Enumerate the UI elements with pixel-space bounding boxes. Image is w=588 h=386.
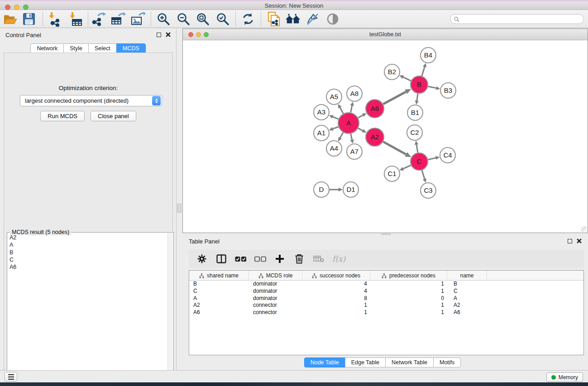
column-header-MCDS-role[interactable]: MCDS role: [249, 271, 302, 281]
edge-A-A4[interactable]: [340, 133, 343, 138]
table-cell[interactable]: 4: [302, 288, 370, 295]
edge-B-B2[interactable]: [403, 77, 411, 81]
mcds-result-list[interactable]: A2ABCA6: [8, 234, 167, 385]
edge-B-B3[interactable]: [428, 86, 436, 88]
table-row[interactable]: Adominator80A: [189, 295, 583, 302]
tab-select[interactable]: Select: [88, 43, 117, 53]
search-input[interactable]: [462, 15, 583, 23]
column-header-successor-nodes[interactable]: successor nodes: [302, 271, 370, 281]
table-cell[interactable]: connector: [249, 302, 302, 309]
zoom-fit-icon[interactable]: [194, 11, 212, 27]
table-cell[interactable]: C: [189, 288, 249, 295]
table-cell[interactable]: A: [447, 295, 487, 302]
edge-A-A6[interactable]: [358, 115, 363, 118]
close-panel-icon[interactable]: [166, 32, 171, 37]
table-cell[interactable]: 1: [370, 288, 447, 295]
result-node-item[interactable]: A: [8, 241, 167, 248]
zoom-out-icon[interactable]: [174, 11, 192, 27]
table-cell[interactable]: 1: [302, 309, 370, 316]
edge-C-C4[interactable]: [428, 158, 436, 160]
table-cell[interactable]: B: [189, 281, 249, 288]
export-image-icon[interactable]: [129, 11, 147, 27]
tab-network[interactable]: Network: [30, 43, 64, 53]
edge-C-C1[interactable]: [403, 165, 411, 169]
table-cell[interactable]: B: [447, 281, 487, 288]
edge-A-A8[interactable]: [351, 105, 352, 112]
edge-A-A2[interactable]: [358, 128, 363, 131]
table-cell[interactable]: A2: [189, 302, 249, 309]
search-field[interactable]: [450, 14, 584, 24]
save-session-icon[interactable]: [20, 11, 38, 27]
table-cell[interactable]: A6: [447, 309, 487, 316]
result-node-item[interactable]: A6: [8, 263, 167, 271]
float-panel-icon[interactable]: [157, 33, 161, 37]
tab-style[interactable]: Style: [63, 43, 89, 53]
edge-A-A1[interactable]: [333, 127, 338, 129]
table-cell[interactable]: 1: [370, 281, 447, 288]
network-window-titlebar[interactable]: testGlobe.txt: [183, 29, 588, 40]
edge-C-C3[interactable]: [422, 170, 425, 179]
task-history-button[interactable]: [5, 372, 17, 381]
window-titlebar[interactable]: Session: New Session: [0, 1, 588, 10]
table-cell[interactable]: 1: [302, 302, 370, 309]
float-table-panel-icon[interactable]: [568, 239, 572, 243]
memory-button[interactable]: Memory: [546, 372, 583, 382]
table-cell[interactable]: dominator: [249, 281, 302, 288]
table-cell[interactable]: 1: [370, 302, 447, 309]
delete-table-icon[interactable]: [313, 253, 325, 265]
deselect-all-icon[interactable]: [254, 253, 266, 265]
table-cell[interactable]: 8: [302, 295, 370, 302]
table-cell[interactable]: A6: [189, 309, 249, 316]
table-tab-edge-table[interactable]: Edge Table: [345, 357, 386, 367]
edge-B-B4[interactable]: [422, 67, 425, 76]
function-builder-icon[interactable]: f(x): [332, 253, 345, 265]
edge-B-B1[interactable]: [417, 94, 418, 100]
result-node-item[interactable]: A2: [8, 234, 167, 241]
hide-annotations-icon[interactable]: [303, 11, 321, 27]
import-network-icon[interactable]: [45, 11, 63, 27]
table-row[interactable]: Bdominator41B: [189, 281, 583, 288]
edge-A-A3[interactable]: [333, 117, 339, 119]
table-cell[interactable]: C: [447, 288, 487, 295]
table-cell[interactable]: dominator: [249, 295, 302, 302]
table-row[interactable]: A2connector11A2: [189, 302, 583, 309]
export-table-icon[interactable]: [109, 11, 127, 27]
select-all-icon[interactable]: [235, 253, 247, 265]
resize-grip-icon[interactable]: [581, 226, 587, 232]
table-tab-node-table[interactable]: Node Table: [304, 357, 345, 367]
vertical-splitter-grip[interactable]: [177, 204, 182, 213]
gear-icon[interactable]: [196, 253, 208, 265]
edge-A6-B[interactable]: [383, 92, 406, 104]
edge-A2-C[interactable]: [383, 142, 406, 154]
result-scrollbar[interactable]: [167, 233, 173, 385]
table-tab-network-table[interactable]: Network Table: [385, 357, 434, 367]
split-view-icon[interactable]: [215, 253, 227, 265]
column-header-shared-name[interactable]: shared name: [189, 271, 249, 281]
table-cell[interactable]: 1: [370, 309, 447, 316]
table-cell[interactable]: connector: [249, 309, 302, 316]
delete-column-icon[interactable]: [293, 253, 305, 265]
table-row[interactable]: Cdominator41C: [189, 288, 583, 295]
column-header-predecessor-nodes[interactable]: predecessor nodes: [370, 271, 447, 281]
table-cell[interactable]: A2: [447, 302, 487, 309]
edge-A-A7[interactable]: [351, 134, 352, 140]
table-cell[interactable]: A: [189, 295, 249, 302]
network-graph[interactable]: B4B2BB3B1A5A8A6A3AA1C2A4A7A2C4CC1C3DD1: [183, 41, 588, 233]
refresh-layout-icon[interactable]: [239, 11, 257, 27]
table-tab-motifs[interactable]: Motifs: [433, 357, 461, 367]
close-panel-button[interactable]: Close panel: [91, 111, 136, 121]
show-graphics-details-icon[interactable]: [324, 11, 342, 27]
table-cell[interactable]: 4: [302, 281, 370, 288]
zoom-in-icon[interactable]: [154, 11, 172, 27]
zoom-selected-icon[interactable]: [214, 11, 232, 27]
criterion-dropdown[interactable]: largest connected component (directed): [20, 95, 162, 106]
tab-mcds[interactable]: MCDS: [116, 43, 146, 53]
column-header-name[interactable]: name: [447, 271, 487, 281]
run-mcds-button[interactable]: Run MCDS: [40, 111, 85, 121]
table-cell[interactable]: 0: [370, 295, 447, 302]
export-network-icon[interactable]: [90, 11, 108, 27]
open-session-icon[interactable]: [1, 11, 19, 27]
close-table-panel-icon[interactable]: [577, 238, 582, 243]
table-row[interactable]: A6connector11A6: [189, 309, 583, 316]
network-canvas[interactable]: B4B2BB3B1A5A8A6A3AA1C2A4A7A2C4CC1C3DD1: [183, 41, 588, 233]
